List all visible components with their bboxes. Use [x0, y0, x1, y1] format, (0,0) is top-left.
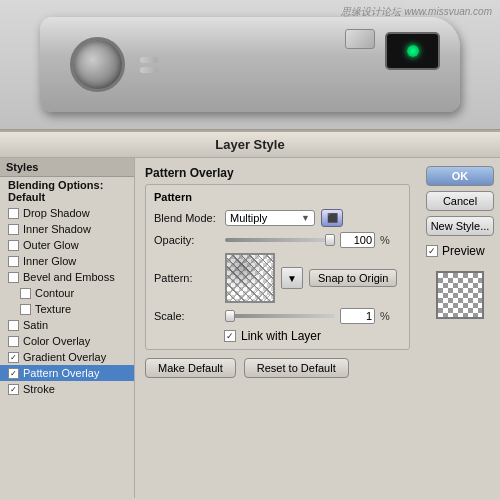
checkbox-contour[interactable] [20, 288, 31, 299]
main-content: Pattern Overlay Pattern Blend Mode: Mult… [135, 158, 420, 498]
checkbox-color-overlay[interactable] [8, 336, 19, 347]
opacity-input[interactable] [340, 232, 375, 248]
section-title: Pattern Overlay [145, 166, 410, 180]
style-item-stroke[interactable]: Stroke [0, 381, 134, 397]
style-item-outer-glow[interactable]: Outer Glow [0, 237, 134, 253]
styles-header: Styles [0, 158, 134, 177]
scale-input[interactable] [340, 308, 375, 324]
preview-swatch [436, 271, 484, 319]
camera-lens [70, 37, 125, 92]
checkbox-stroke[interactable] [8, 384, 19, 395]
pattern-subsection: Pattern Blend Mode: Multiply ▼ ⬛ Opacity… [145, 184, 410, 350]
link-layer-row: Link with Layer [154, 329, 401, 343]
camera-area: 思缘设计论坛 www.missvuan.com [0, 0, 500, 130]
checkbox-inner-glow[interactable] [8, 256, 19, 267]
scale-label: Scale: [154, 310, 219, 322]
cancel-button[interactable]: Cancel [426, 191, 494, 211]
style-item-drop-shadow[interactable]: Drop Shadow [0, 205, 134, 221]
camera-btn-2 [140, 67, 158, 73]
preview-row: ✓ Preview [426, 244, 494, 258]
right-panel: OK Cancel New Style... ✓ Preview [420, 158, 500, 498]
scale-slider-track[interactable] [225, 314, 335, 318]
style-item-pattern-overlay[interactable]: Pattern Overlay [0, 365, 134, 381]
scale-slider-thumb[interactable] [225, 310, 235, 322]
style-item-contour[interactable]: Contour [0, 285, 134, 301]
camera-controls [140, 57, 158, 73]
link-layer-checkbox[interactable] [224, 330, 236, 342]
dialog-title: Layer Style [215, 137, 284, 152]
camera-btn-1 [140, 57, 158, 63]
camera-flash [345, 29, 375, 49]
link-layer-label: Link with Layer [241, 329, 321, 343]
style-item-gradient-overlay[interactable]: Gradient Overlay [0, 349, 134, 365]
ok-button[interactable]: OK [426, 166, 494, 186]
checkbox-satin[interactable] [8, 320, 19, 331]
checkbox-inner-shadow[interactable] [8, 224, 19, 235]
style-item-inner-glow[interactable]: Inner Glow [0, 253, 134, 269]
new-style-button[interactable]: New Style... [426, 216, 494, 236]
opacity-label: Opacity: [154, 234, 219, 246]
checkbox-drop-shadow[interactable] [8, 208, 19, 219]
viewfinder-light [407, 45, 419, 57]
style-item-bevel-emboss[interactable]: Bevel and Emboss [0, 269, 134, 285]
opacity-row: Opacity: % [154, 232, 401, 248]
style-item-inner-shadow[interactable]: Inner Shadow [0, 221, 134, 237]
camera-viewfinder [385, 32, 440, 70]
scale-unit: % [380, 310, 390, 322]
blend-mode-icon-btn[interactable]: ⬛ [321, 209, 343, 227]
make-default-button[interactable]: Make Default [145, 358, 236, 378]
subsection-title: Pattern [154, 191, 401, 203]
style-item-texture[interactable]: Texture [0, 301, 134, 317]
dialog-title-bar: Layer Style [0, 132, 500, 158]
camera-body [40, 17, 460, 112]
blend-mode-select[interactable]: Multiply ▼ [225, 210, 315, 226]
blend-mode-row: Blend Mode: Multiply ▼ ⬛ [154, 209, 401, 227]
pattern-preview-inner [227, 255, 273, 301]
checkbox-texture[interactable] [20, 304, 31, 315]
bottom-buttons: Make Default Reset to Default [145, 358, 410, 378]
preview-label: Preview [442, 244, 485, 258]
opacity-slider-container: % [225, 232, 390, 248]
scale-slider-container: % [225, 308, 390, 324]
pattern-label: Pattern: [154, 272, 219, 284]
styles-panel: Styles Blending Options: Default Drop Sh… [0, 158, 135, 498]
blend-mode-label: Blend Mode: [154, 212, 219, 224]
style-item-satin[interactable]: Satin [0, 317, 134, 333]
dialog-body: Styles Blending Options: Default Drop Sh… [0, 158, 500, 498]
checkbox-gradient-overlay[interactable] [8, 352, 19, 363]
checkbox-bevel-emboss[interactable] [8, 272, 19, 283]
snap-to-origin-button[interactable]: Snap to Origin [309, 269, 397, 287]
dialog-container: Layer Style Styles Blending Options: Def… [0, 130, 500, 500]
pattern-menu-btn[interactable]: ▼ [281, 267, 303, 289]
opacity-unit: % [380, 234, 390, 246]
checkbox-outer-glow[interactable] [8, 240, 19, 251]
opacity-slider-thumb[interactable] [325, 234, 335, 246]
opacity-slider-track[interactable] [225, 238, 335, 242]
style-item-color-overlay[interactable]: Color Overlay [0, 333, 134, 349]
blending-options-item[interactable]: Blending Options: Default [0, 177, 134, 205]
pattern-row: Pattern: ▼ Snap to Origin [154, 253, 401, 303]
pattern-preview-box[interactable] [225, 253, 275, 303]
reset-to-default-button[interactable]: Reset to Default [244, 358, 349, 378]
scale-row: Scale: % [154, 308, 401, 324]
pattern-preview-area: ▼ Snap to Origin [225, 253, 397, 303]
checkbox-pattern-overlay[interactable] [8, 368, 19, 379]
blend-mode-arrow-icon: ▼ [301, 213, 310, 223]
preview-checkbox[interactable]: ✓ [426, 245, 438, 257]
